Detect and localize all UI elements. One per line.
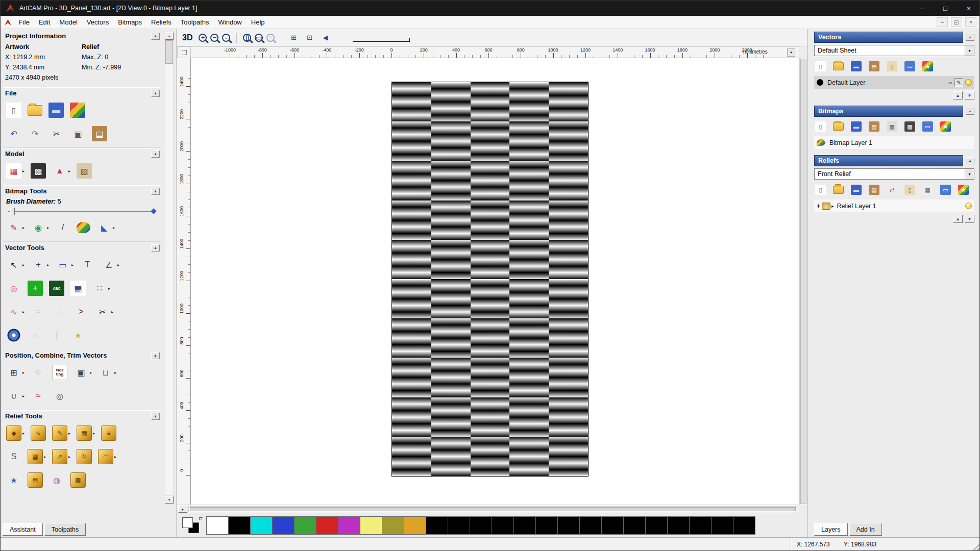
create-star-icon[interactable]: ★ [70, 328, 86, 343]
create-spiral-icon[interactable]: ◎ [52, 388, 67, 404]
create-polyline-icon[interactable]: ∿ [6, 304, 21, 319]
array-copy-icon-flyout[interactable]: ▸ [108, 286, 110, 291]
canvas-hscroll-thumb[interactable] [190, 507, 796, 511]
canvas-2d-view[interactable] [191, 58, 799, 505]
trim-vectors-icon[interactable]: ✂ [95, 304, 110, 319]
position-combine-trim-rollup-button[interactable]: ▴ [151, 352, 160, 359]
bitmap-to-vector-icon[interactable]: ▦ [70, 281, 86, 296]
zoom-page-icon[interactable]: ▯ [243, 34, 251, 42]
import-vectors-icon[interactable]: ▤ [869, 61, 879, 71]
delete-relief-layer-icon[interactable]: ▭ [940, 185, 951, 195]
save-relief-layer-icon[interactable]: ▬ [851, 185, 862, 195]
convert-bitmap-icon[interactable]: ▩ [904, 121, 915, 132]
scroll-down-button[interactable]: ▾ [165, 496, 174, 504]
palette-colour-10[interactable] [426, 516, 448, 535]
save-model-icon[interactable]: ▬ [48, 103, 64, 118]
delete-bitmap-layer-icon[interactable]: ▭ [922, 121, 933, 132]
align-vectors-icon-flyout[interactable]: ▸ [22, 370, 24, 375]
transform-vectors-icon-flyout[interactable]: ▸ [47, 263, 49, 267]
palette-colour-14[interactable] [513, 516, 536, 535]
snap-view-icon[interactable]: ⊡ [303, 32, 315, 44]
add-relief-layer-button[interactable]: + [817, 203, 820, 210]
resize-grip[interactable] [971, 542, 980, 551]
nesting-icon[interactable]: Nes ting [52, 365, 67, 380]
zoom-in-icon[interactable]: + [199, 34, 207, 42]
delete-vector-layer-icon[interactable]: ▭ [904, 61, 915, 71]
group-vectors-icon-flyout[interactable]: ▸ [90, 370, 92, 375]
array-copy-icon[interactable]: ∷ [92, 281, 107, 296]
assistant-scroll-thumb[interactable] [165, 40, 173, 64]
tab-layers[interactable]: Layers [814, 523, 848, 536]
palette-colour-24[interactable] [733, 516, 755, 535]
colour-picker-icon[interactable]: / [55, 220, 70, 235]
smooth-relief-icon[interactable]: ∿ [31, 425, 46, 441]
block-copy-icon[interactable]: + [28, 281, 43, 296]
scroll-left-button[interactable]: ▸ [178, 506, 187, 513]
import-model-icon[interactable] [70, 103, 85, 118]
zoom-box-icon[interactable]: ▫ [222, 34, 230, 42]
join-vectors-icon[interactable]: ∫ [49, 328, 64, 343]
create-text-icon[interactable]: T [80, 257, 95, 272]
transfer-relief-icon[interactable]: ⇄ [887, 185, 897, 195]
trim-vectors-icon-flyout[interactable]: ▸ [111, 310, 113, 314]
menu-vectors[interactable]: Vectors [82, 16, 113, 28]
palette-colour-11[interactable] [448, 516, 470, 535]
scale-relief-icon[interactable]: ▦ [922, 185, 933, 195]
save-vector-layer-icon[interactable]: ▬ [851, 61, 862, 71]
tab-assistant[interactable]: Assistant [3, 523, 43, 536]
relief-layer-expander[interactable]: ▸ [831, 204, 834, 209]
palette-colour-22[interactable] [689, 516, 712, 535]
redo-icon[interactable]: ↷ [28, 126, 43, 141]
open-model-icon[interactable] [28, 105, 42, 116]
palette-colour-4[interactable] [294, 516, 316, 535]
palette-colour-16[interactable] [557, 516, 580, 535]
create-arc-icon[interactable]: ∩ [28, 328, 43, 343]
palette-colour-5[interactable] [316, 516, 338, 535]
new-vector-layer-icon[interactable]: ▯ [815, 61, 826, 71]
palette-colour-21[interactable] [667, 516, 690, 535]
export-vectors-icon[interactable]: ▯ [887, 61, 897, 71]
child-restore-button[interactable]: ◱ [951, 17, 962, 27]
undo-icon[interactable]: ↶ [6, 126, 21, 141]
relief-clipart-icon-flyout[interactable]: ▸ [68, 169, 70, 173]
copy-icon[interactable]: ▣ [70, 126, 86, 141]
palette-colour-8[interactable] [382, 516, 404, 535]
flood-fill-icon[interactable]: ◣ [96, 220, 112, 235]
swap-colours-icon[interactable]: ⇄ [199, 516, 203, 521]
link-layer-icon[interactable]: ∞ [948, 80, 952, 86]
group-vectors-icon[interactable]: ▣ [74, 365, 89, 380]
relief-envelope-icon[interactable]: ▤ [28, 472, 43, 488]
move-relief-down-button[interactable]: ▼ [965, 215, 974, 223]
turn-relief-icon[interactable]: ◠ [98, 449, 113, 464]
menu-bitmaps[interactable]: Bitmaps [113, 16, 146, 28]
palette-colour-2[interactable] [250, 516, 273, 535]
palette-colour-12[interactable] [470, 516, 492, 535]
load-bitmap-icon[interactable]: ▨ [77, 163, 92, 179]
bitmaps-rollup-button[interactable]: ▴ [966, 108, 974, 115]
create-rectangle-icon-flyout[interactable]: ▸ [71, 263, 74, 267]
sculpt-relief-icon-flyout[interactable]: ▸ [68, 431, 70, 436]
spin-relief-icon[interactable]: ↻ [77, 449, 92, 464]
reliefs-rollup-button[interactable]: ▴ [966, 157, 974, 164]
import-bitmap-icon[interactable]: ▤ [869, 121, 879, 132]
brush-slider-thumb[interactable] [10, 208, 15, 215]
relief-select[interactable]: Front Relief ▾ [814, 168, 974, 180]
project-information-rollup-button[interactable]: ▴ [151, 33, 160, 40]
vector-tools-rollup-button[interactable]: ▴ [151, 244, 160, 252]
edit-layer-icon[interactable]: ✎ [954, 78, 963, 87]
shape-editor-icon-flyout[interactable]: ▸ [22, 431, 24, 436]
canvas-vscroll-thumb[interactable] [800, 59, 806, 504]
merge-bitmap-layers-icon[interactable]: ★ [940, 121, 951, 132]
child-close-button[interactable]: × [965, 17, 976, 27]
relief-clipart-icon[interactable]: ▲ [52, 163, 67, 179]
turn-relief-icon-flyout[interactable]: ▸ [114, 455, 116, 459]
sheet-select[interactable]: Default Sheet ▾ [814, 45, 974, 56]
brush-diameter-slider[interactable] [8, 207, 156, 216]
close-vector-icon-flyout[interactable]: ▸ [22, 394, 24, 398]
text-abc-icon[interactable]: ABC [49, 281, 64, 296]
palette-colour-15[interactable] [535, 516, 558, 535]
palette-colour-6[interactable] [338, 516, 360, 535]
canvas-hscrollbar[interactable] [188, 506, 797, 512]
merge-vector-layers-icon[interactable]: ★ [922, 61, 933, 71]
palette-colour-1[interactable] [228, 516, 251, 535]
